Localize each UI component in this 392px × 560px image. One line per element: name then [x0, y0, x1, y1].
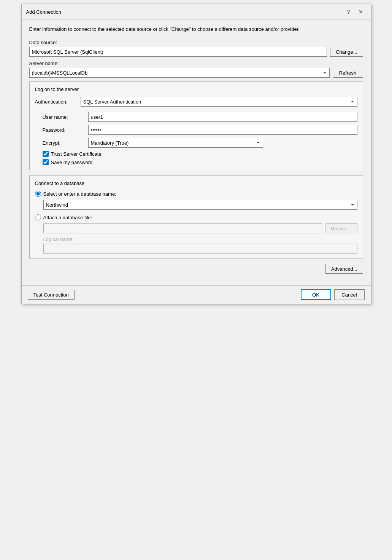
- auth-label: Authentication:: [35, 99, 77, 105]
- connect-db-title: Connect to a database: [35, 180, 357, 186]
- trust-cert-row: Trust Server Certificate: [35, 151, 357, 157]
- logical-name-input: [43, 244, 357, 254]
- advanced-button[interactable]: Advanced...: [325, 264, 363, 274]
- data-source-row: Data source: Change...: [29, 40, 363, 57]
- title-bar-left: Add Connection: [26, 9, 62, 15]
- footer-right: OK Cancel: [301, 289, 365, 300]
- logical-name-row: Logical name:: [43, 236, 357, 254]
- trust-cert-checkbox[interactable]: [43, 151, 49, 157]
- data-source-input[interactable]: [29, 47, 327, 57]
- username-label: User name:: [43, 114, 84, 120]
- server-name-inline: (localdb)\MSSQLLocalDb Refresh: [29, 68, 363, 78]
- select-db-option: Select or enter a database name:: [35, 191, 357, 197]
- change-button[interactable]: Change...: [330, 47, 363, 57]
- add-connection-dialog: Add Connection ? ✕ Enter information to …: [21, 4, 371, 304]
- save-password-label[interactable]: Save my password: [51, 160, 93, 165]
- encrypt-combo[interactable]: Mandatory (True) Optional (False) Strict…: [88, 138, 263, 148]
- cancel-button[interactable]: Cancel: [334, 289, 365, 300]
- server-name-row: Server name: (localdb)\MSSQLLocalDb Refr…: [29, 61, 363, 78]
- attach-file-option: Attach a database file:: [35, 214, 357, 220]
- credentials-grid: User name: Password: Encrypt: Mandatory …: [35, 112, 357, 148]
- db-name-combo[interactable]: Northwind master tempdb model msdb: [43, 200, 357, 210]
- auth-combo[interactable]: SQL Server Authentication Windows Authen…: [81, 97, 357, 107]
- title-bar: Add Connection ? ✕: [22, 4, 371, 20]
- server-name-label: Server name:: [29, 61, 363, 66]
- dialog-title: Add Connection: [26, 9, 62, 15]
- data-source-label: Data source:: [29, 40, 363, 45]
- intro-text: Enter information to connect to the sele…: [29, 26, 363, 33]
- save-password-checkbox[interactable]: [43, 159, 49, 165]
- attach-file-input: [43, 223, 322, 233]
- ok-button[interactable]: OK: [301, 289, 331, 300]
- server-name-combo[interactable]: (localdb)\MSSQLLocalDb: [29, 68, 330, 78]
- password-label: Password:: [43, 127, 84, 133]
- title-bar-right: ? ✕: [343, 7, 366, 16]
- trust-cert-label[interactable]: Trust Server Certificate: [51, 151, 102, 157]
- log-on-title: Log on to the server: [35, 86, 357, 92]
- attach-file-radio[interactable]: [35, 214, 41, 220]
- dialog-footer: Test Connection OK Cancel: [22, 285, 371, 304]
- browse-button: Browse...: [325, 223, 357, 233]
- auth-row: Authentication: SQL Server Authenticatio…: [35, 97, 357, 107]
- logical-name-label: Logical name:: [43, 236, 357, 242]
- dialog-body: Enter information to connect to the sele…: [22, 20, 371, 285]
- advanced-row: Advanced...: [29, 264, 363, 274]
- log-on-section: Log on to the server Authentication: SQL…: [29, 81, 363, 170]
- connect-db-section: Connect to a database Select or enter a …: [29, 175, 363, 258]
- refresh-button[interactable]: Refresh: [333, 68, 363, 78]
- attach-file-row: Browse...: [43, 223, 357, 233]
- close-button[interactable]: ✕: [355, 7, 366, 16]
- select-db-radio[interactable]: [35, 191, 41, 197]
- password-input[interactable]: [88, 125, 357, 135]
- username-input[interactable]: [88, 112, 357, 122]
- attach-file-label[interactable]: Attach a database file:: [43, 215, 92, 220]
- encrypt-label: Encrypt:: [43, 140, 84, 146]
- save-password-row: Save my password: [35, 159, 357, 165]
- help-button[interactable]: ?: [343, 7, 354, 16]
- data-source-inline: Change...: [29, 47, 363, 57]
- test-connection-button[interactable]: Test Connection: [28, 290, 75, 300]
- select-db-label[interactable]: Select or enter a database name:: [43, 191, 116, 197]
